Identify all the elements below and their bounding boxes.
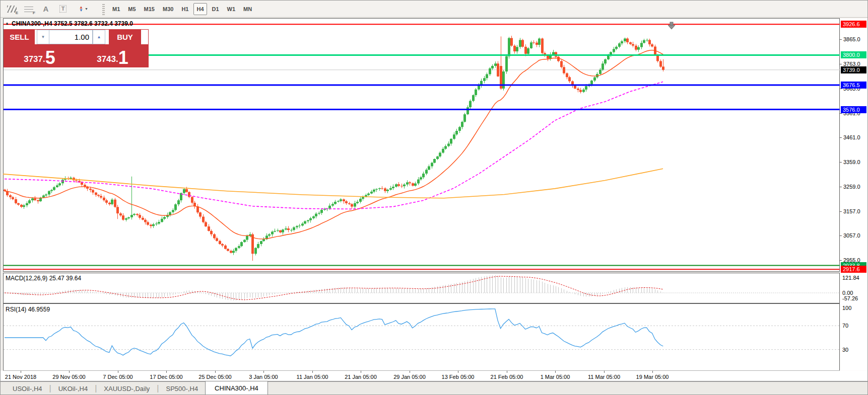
time-label-21-nov-2018: 21 Nov 2018 xyxy=(5,374,36,380)
sell-button[interactable]: SELL xyxy=(4,30,37,44)
price-tick-mark xyxy=(840,187,842,187)
buy-price-button[interactable]: 3743. 1 xyxy=(77,45,148,67)
price-tick-mark xyxy=(840,137,842,138)
time-label-3-jan-05-00: 3 Jan 05:00 xyxy=(249,374,278,380)
chart-tab-ukoil-h4[interactable]: UKOil-,H4 xyxy=(51,382,95,395)
time-tick-mark xyxy=(263,371,264,373)
macd-scale-121-84: 121.84 xyxy=(842,275,859,281)
price-tick-mark xyxy=(840,211,842,212)
price-tick-mark xyxy=(840,235,842,236)
volume-increase-button[interactable]: ▲ xyxy=(93,30,105,44)
volume-input[interactable] xyxy=(49,30,93,44)
chart-tab-usoil-h4[interactable]: USOil-,H4 xyxy=(6,382,49,395)
chart-header: CHINA300-,H4 3752.5 3782.6 3732.4 3739.0 xyxy=(12,20,133,27)
price-tick-mark xyxy=(840,113,842,114)
price-level-box-3576-0: 3576.0 xyxy=(841,106,866,113)
time-label-1-mar-05-00: 1 Mar 05:00 xyxy=(541,374,570,380)
time-tick-mark xyxy=(312,371,313,373)
symbol-up-triangle-icon: ▲ xyxy=(5,21,9,26)
macd-indicator-label: MACD(12,26,9) 25.47 39.64 xyxy=(6,275,81,282)
price-tick-label-3057-0: 3057.0 xyxy=(843,232,860,239)
order-row: SELL ▼ ▲ BUY xyxy=(4,30,148,44)
time-tick-mark xyxy=(69,371,70,373)
rsi-scale-100: 100 xyxy=(842,305,851,311)
price-level-box-3800-0: 3800.0 xyxy=(841,51,866,58)
time-label-17-dec-05-00: 17 Dec 05:00 xyxy=(150,374,182,380)
price-level-box-3926-6: 3926.6 xyxy=(841,21,866,28)
time-tick-mark xyxy=(361,371,361,373)
time-label-29-nov-05-00: 29 Nov 05:00 xyxy=(52,374,85,380)
price-tick-mark xyxy=(840,89,842,89)
price-tick-mark xyxy=(840,64,842,64)
chart-tab-xauusd-daily[interactable]: XAUUSD-,Daily xyxy=(97,382,157,395)
time-tick-mark xyxy=(166,371,167,373)
chart-tab-china300-h4[interactable]: CHINA300-,H4 xyxy=(205,381,268,395)
time-label-11-mar-05-00: 11 Mar 05:00 xyxy=(588,374,620,380)
time-label-25-dec-05-00: 25 Dec 05:00 xyxy=(198,374,231,380)
time-tick-mark xyxy=(555,371,556,373)
time-tick-mark xyxy=(458,371,458,373)
price-level-box-2917-6: 2917.6 xyxy=(841,266,866,273)
buy-button[interactable]: BUY xyxy=(109,30,141,44)
trading-terminal-window: E F A T ▲▼ ▼ M1M5M15M30H1H4D1W1MN ▲ CHIN… xyxy=(0,0,868,395)
rsi-scale-30: 30 xyxy=(842,347,848,353)
buy-price-big-digit: 1 xyxy=(118,49,128,67)
time-tick-mark xyxy=(215,371,216,373)
time-tick-mark xyxy=(118,371,118,373)
sell-price-big-digit: 5 xyxy=(45,49,55,67)
time-label-21-jan-05-00: 21 Jan 05:00 xyxy=(345,374,377,380)
rsi-indicator-label: RSI(14) 46.9559 xyxy=(6,306,50,313)
price-tick-mark xyxy=(840,162,842,163)
price-row: 3737. 5 3743. 1 xyxy=(4,45,148,67)
sell-price-prefix: 3737. xyxy=(24,54,45,67)
price-tick-label-3157-0: 3157.0 xyxy=(843,208,860,215)
time-label-11-jan-05-00: 11 Jan 05:00 xyxy=(297,374,328,380)
chart-tab-bar: USOil-,H4|UKOil-,H4|XAUUSD-,Daily|SP500-… xyxy=(1,381,867,395)
one-click-trading-panel: SELL ▼ ▲ BUY 3737. 5 3743. 1 xyxy=(4,29,149,67)
price-tick-label-3461-0: 3461.0 xyxy=(843,134,860,141)
macd-scale-57-26: -57.26 xyxy=(842,295,858,302)
chart-tab-sp500-h4[interactable]: SP500-,H4 xyxy=(159,382,206,395)
chart-symbol-period: CHINA300-,H4 xyxy=(12,20,52,27)
price-tick-mark xyxy=(840,39,842,40)
time-label-7-dec-05-00: 7 Dec 05:00 xyxy=(103,374,132,380)
time-tick-mark xyxy=(507,371,507,373)
caret-up-icon: ▲ xyxy=(97,35,101,39)
buy-price-prefix: 3743. xyxy=(97,54,118,67)
rsi-scale-70: 70 xyxy=(842,323,848,329)
price-tick-label-3865-0: 3865.0 xyxy=(843,36,860,43)
chart-ohlc-values: 3752.5 3782.6 3732.4 3739.0 xyxy=(54,20,133,27)
time-axis[interactable]: 21 Nov 201829 Nov 05:007 Dec 05:0017 Dec… xyxy=(1,371,868,381)
volume-decrease-button[interactable]: ▼ xyxy=(37,30,49,44)
chart-overlay: ▲ CHINA300-,H4 3752.5 3782.6 3732.4 3739… xyxy=(1,1,868,395)
price-tick-label-3359-0: 3359.0 xyxy=(843,159,860,166)
price-tick-mark xyxy=(840,260,842,261)
price-level-box-3739-0: 3739.0 xyxy=(841,66,866,73)
time-tick-mark xyxy=(410,371,410,373)
time-label-21-feb-05-00: 21 Feb 05:00 xyxy=(491,374,523,380)
time-tick-mark xyxy=(652,371,653,373)
time-label-13-feb-05-00: 13 Feb 05:00 xyxy=(442,374,475,380)
price-tick-label-3259-0: 3259.0 xyxy=(843,184,860,190)
time-label-29-jan-05-00: 29 Jan 05:00 xyxy=(393,374,426,380)
sell-price-button[interactable]: 3737. 5 xyxy=(4,45,75,67)
price-level-box-3676-5: 3676.5 xyxy=(841,82,866,89)
time-label-19-mar-05-00: 19 Mar 05:00 xyxy=(636,374,669,380)
time-tick-mark xyxy=(604,371,605,373)
caret-down-icon: ▼ xyxy=(41,35,45,39)
time-tick-mark xyxy=(21,371,21,373)
